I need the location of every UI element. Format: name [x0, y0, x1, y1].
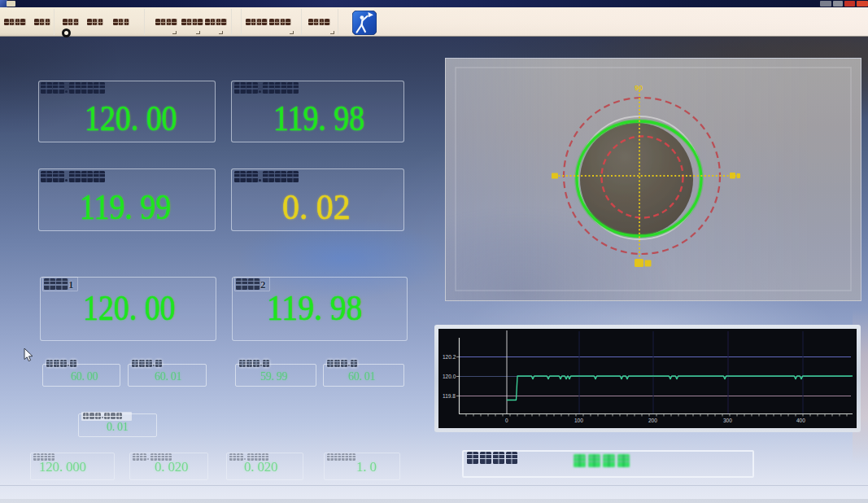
svg-text:100: 100 — [574, 418, 583, 423]
svg-text:120.0: 120.0 — [443, 374, 456, 379]
svg-text:200: 200 — [648, 418, 657, 423]
svg-text:120.2: 120.2 — [443, 354, 456, 360]
svg-text:119.8: 119.8 — [443, 393, 456, 399]
svg-text:90: 90 — [635, 84, 643, 92]
svg-text:300: 300 — [723, 418, 732, 423]
svg-text:0: 0 — [505, 418, 508, 423]
svg-text:400: 400 — [796, 418, 805, 423]
